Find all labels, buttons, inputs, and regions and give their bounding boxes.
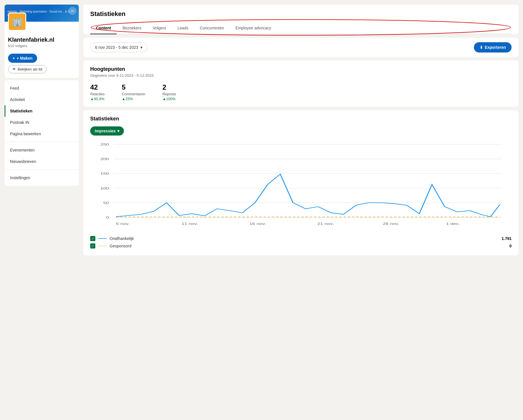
sidebar-item-postvak[interactable]: Postvak IN	[5, 117, 79, 128]
chart-line-solid	[116, 174, 500, 217]
svg-text:6 nov.: 6 nov.	[116, 222, 130, 226]
chart-card: Statistieken Impressies ▾ 250 200	[83, 110, 518, 255]
pagina-label: Pagina bewerken	[10, 132, 41, 136]
metric-reposts: 2 Reposts ▲100%	[162, 83, 176, 101]
make-button[interactable]: + + Maken	[8, 54, 37, 63]
nav-menu: Feed Activiteit Statistieken Postvak IN …	[5, 80, 79, 186]
statistieken-label: Statistieken	[10, 109, 33, 113]
tab-leads[interactable]: Leads	[172, 22, 194, 34]
reacties-change: ▲90,9%	[90, 97, 105, 101]
sidebar-item-statistieken[interactable]: Statistieken	[5, 105, 79, 117]
svg-text:150: 150	[100, 172, 109, 175]
sidebar-item-evenementen[interactable]: Evenementen	[5, 144, 79, 156]
sidebar-item-activiteit[interactable]: Activiteit	[5, 94, 79, 105]
nieuwsbrieven-label: Nieuwsbrieven	[10, 159, 36, 164]
svg-text:250: 250	[100, 142, 109, 146]
export-button[interactable]: ⬇ Exporteren	[474, 42, 512, 52]
instellingen-label: Instellingen	[10, 175, 30, 180]
svg-text:0: 0	[106, 215, 109, 219]
reacties-value: 42	[90, 83, 105, 91]
reposts-label: Reposts	[162, 92, 176, 96]
view-as-member-button[interactable]: 👁 Bekijken als lid	[8, 65, 47, 73]
svg-text:11 nov.: 11 nov.	[182, 222, 198, 226]
chart-area: 250 200 150 100 50 0 6 nov. 11 nov. 16 n…	[90, 141, 512, 233]
nav-divider-1	[5, 142, 79, 142]
profile-card: website · Marketing automation · Social …	[5, 5, 79, 78]
tab-volgers[interactable]: Volgers	[147, 22, 172, 34]
impressions-label: Impressies	[95, 129, 116, 133]
highlights-metrics: 42 Reacties ▲90,9% 5 Commentaren ▲25% 2 …	[90, 83, 512, 101]
chart-title: Statistieken	[90, 116, 512, 122]
legend-value-onafhankelijk: 1.791	[502, 236, 512, 241]
svg-text:16 nov.: 16 nov.	[250, 222, 266, 226]
chart-svg: 250 200 150 100 50 0 6 nov. 11 nov. 16 n…	[90, 141, 512, 233]
impressions-dropdown-button[interactable]: Impressies ▾	[90, 126, 124, 136]
legend-onafhankelijk: ✓ Onafhankelijk 1.791	[90, 236, 512, 241]
svg-text:1 dec.: 1 dec.	[446, 222, 460, 226]
impressions-chevron-icon: ▾	[117, 129, 119, 133]
reacties-label: Reacties	[90, 92, 105, 96]
commentaren-change: ▲25%	[122, 97, 145, 101]
metric-commentaren: 5 Commentaren ▲25%	[122, 83, 145, 101]
avatar: 🏢	[8, 13, 26, 31]
tabs-row: Content Bezoekers Volgers Leads Concurre…	[90, 22, 512, 34]
svg-text:50: 50	[103, 201, 109, 205]
make-label: + Maken	[17, 56, 33, 60]
tab-concurrenten[interactable]: Concurrenten	[194, 22, 230, 34]
legend-line-dashed	[98, 246, 107, 246]
avatar-wrap: 🏢	[5, 13, 79, 34]
plus-icon: +	[13, 56, 15, 60]
sidebar-item-pagina[interactable]: Pagina bewerken	[5, 128, 79, 140]
tab-employee-advocacy[interactable]: Employee advocacy	[230, 22, 277, 34]
reposts-change: ▲100%	[162, 97, 176, 101]
postvak-label: Postvak IN	[10, 120, 29, 125]
nav-divider-2	[5, 169, 79, 170]
page-title: Statistieken	[90, 10, 512, 18]
stats-header-card: Statistieken Content Bezoekers Volgers L…	[83, 5, 518, 34]
commentaren-label: Commentaren	[122, 92, 145, 96]
date-range-picker[interactable]: 6 nov 2023 - 5 dec 2023 ▾	[90, 43, 147, 52]
tab-content[interactable]: Content	[90, 22, 117, 34]
legend-label-gesponsord: Gesponsord	[110, 244, 506, 248]
svg-text:21 nov.: 21 nov.	[317, 222, 334, 226]
activiteit-label: Activiteit	[10, 97, 25, 102]
legend-checkbox-dashed[interactable]: ✓	[90, 243, 95, 249]
reposts-value: 2	[162, 83, 176, 91]
date-range-label: 6 nov 2023 - 5 dec 2023	[95, 45, 138, 50]
legend-checkbox-solid[interactable]: ✓	[90, 236, 95, 241]
highlights-title: Hoogtepunten	[90, 66, 512, 72]
main-content: Statistieken Content Bezoekers Volgers L…	[83, 5, 518, 415]
commentaren-value: 5	[122, 83, 145, 91]
legend-gesponsord: ✓ Gesponsord 0	[90, 243, 512, 249]
sidebar-item-nieuwsbrieven[interactable]: Nieuwsbrieven	[5, 156, 79, 167]
sidebar-item-instellingen[interactable]: Instellingen	[5, 172, 79, 183]
metric-reacties: 42 Reacties ▲90,9%	[90, 83, 105, 101]
legend-value-gesponsord: 0	[509, 244, 512, 248]
evenementen-label: Evenementen	[10, 148, 35, 152]
sidebar: website · Marketing automation · Social …	[5, 5, 79, 415]
download-icon: ⬇	[480, 45, 483, 50]
company-name: Klantenfabriek.nl	[5, 37, 79, 43]
followers-count: 610 volgers	[5, 43, 79, 51]
svg-text:26 nov.: 26 nov.	[383, 222, 399, 226]
highlights-card: Hoogtepunten Gegevens voor 6-11-2023 - 5…	[83, 60, 518, 107]
legend-label-onafhankelijk: Onafhankelijk	[110, 236, 499, 241]
feed-label: Feed	[10, 86, 19, 90]
tab-bezoekers[interactable]: Bezoekers	[117, 22, 147, 34]
export-label: Exporteren	[485, 45, 506, 50]
sidebar-item-feed[interactable]: Feed	[5, 82, 79, 94]
chevron-down-icon: ▾	[140, 45, 142, 50]
view-label: Bekijken als lid	[18, 67, 42, 71]
chart-legend: ✓ Onafhankelijk 1.791 ✓ Gesponsord 0	[90, 236, 512, 249]
highlights-subtitle: Gegevens voor 6-11-2023 - 5-12-2023	[90, 73, 512, 78]
eye-icon: 👁	[12, 67, 16, 71]
svg-text:200: 200	[100, 157, 109, 161]
svg-text:100: 100	[100, 186, 109, 190]
legend-line-solid	[98, 238, 107, 239]
profile-actions: + + Maken 👁 Bekijken als lid	[5, 51, 79, 78]
controls-row: 6 nov 2023 - 5 dec 2023 ▾ ⬇ Exporteren	[83, 38, 518, 57]
